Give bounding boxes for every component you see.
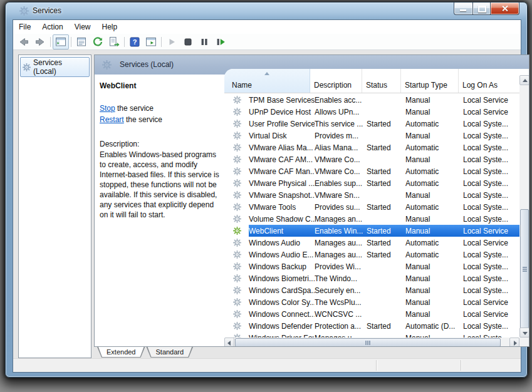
- show-hide-action-pane-button[interactable]: [143, 34, 159, 49]
- export-list-button[interactable]: [106, 34, 122, 49]
- tab-extended[interactable]: Extended: [97, 347, 145, 358]
- scroll-down-button[interactable]: [519, 328, 529, 338]
- service-row-cells: User Profile ServiceThis service ...Star…: [249, 118, 519, 130]
- refresh-button[interactable]: [90, 34, 106, 49]
- service-row-cells: Windows Audio E...Manages au...StartedAu…: [249, 249, 519, 260]
- close-icon: [501, 5, 508, 12]
- menu-file[interactable]: File: [13, 20, 36, 34]
- service-row[interactable]: VMware Snapshot...VMware Sn...ManualLoca…: [224, 189, 519, 201]
- properties-button[interactable]: [73, 34, 90, 49]
- scroll-up-button[interactable]: [519, 75, 529, 85]
- menu-bar: FileActionViewHelp: [13, 20, 521, 34]
- service-row[interactable]: Windows AudioManages au...StartedAutomat…: [224, 237, 519, 249]
- menu-action[interactable]: Action: [36, 20, 68, 34]
- service-row[interactable]: Windows Driver Fou...Manages u...ManualL…: [224, 332, 519, 338]
- service-row-cells: VMware Physical ...Enables sup...Started…: [249, 177, 519, 189]
- cell-name: TPM Base Services: [249, 96, 315, 105]
- service-row[interactable]: UPnP Device HostAllows UPn...ManualLocal…: [224, 106, 519, 118]
- cell-logon: Local Syste...: [463, 191, 519, 200]
- title-bar[interactable]: Services: [6, 3, 527, 19]
- play-icon: [166, 36, 177, 48]
- view-tab-strip: ExtendedStandard: [94, 347, 529, 358]
- column-header-startup-type[interactable]: Startup Type: [401, 69, 459, 93]
- column-header-status[interactable]: Status: [362, 69, 401, 93]
- service-row[interactable]: Windows BackupProvides Wi...ManualLocal …: [224, 260, 519, 272]
- service-row[interactable]: Windows DefenderProtection a...StartedAu…: [224, 320, 519, 332]
- service-row-cells: Virtual DiskProvides m...ManualLocal Sys…: [249, 130, 519, 142]
- close-button[interactable]: [491, 3, 519, 15]
- cell-name: Windows Defender: [249, 322, 315, 331]
- forward-button[interactable]: [32, 34, 48, 49]
- cell-logon: Local Service: [463, 239, 519, 247]
- service-row-cells: VMware Alias Ma...Alias Mana...StartedAu…: [249, 142, 519, 153]
- service-row[interactable]: VMware ToolsProvides su...StartedAutomat…: [224, 201, 519, 213]
- service-row[interactable]: Windows CardSpa...Securely en...ManualLo…: [224, 284, 519, 296]
- cell-name: Windows Backup: [249, 262, 315, 271]
- back-button[interactable]: [16, 34, 32, 49]
- start-service-button[interactable]: [164, 34, 180, 49]
- horizontal-scrollbar[interactable]: [224, 338, 519, 347]
- arrow-left-icon: [18, 36, 29, 48]
- restart-service-link[interactable]: Restart: [100, 115, 124, 124]
- service-row-cells: Windows Connect...WCNCSVC ...ManualLocal…: [249, 308, 519, 320]
- menu-view[interactable]: View: [69, 20, 96, 34]
- cell-desc: Alias Mana...: [315, 143, 367, 152]
- service-row[interactable]: VMware CAF Man...VMware Co...StartedAuto…: [224, 165, 519, 177]
- maximize-button[interactable]: [472, 3, 491, 15]
- cell-start: Automatic: [405, 250, 463, 259]
- help-button[interactable]: ?: [127, 34, 143, 49]
- service-row[interactable]: WebClientEnables Win...StartedManualLoca…: [224, 225, 519, 237]
- service-gear-icon: [229, 322, 244, 330]
- service-row[interactable]: Volume Shadow C...Manages an...ManualLoc…: [224, 213, 519, 225]
- service-gear-icon: [229, 179, 244, 187]
- service-row[interactable]: Windows Color Sy...The WcsPlu...ManualLo…: [224, 296, 519, 308]
- cell-logon: Local Service: [463, 96, 519, 105]
- service-row[interactable]: User Profile ServiceThis service ...Star…: [224, 118, 519, 130]
- vertical-scrollbar[interactable]: [519, 75, 529, 338]
- stop-service-suffix: the service: [115, 104, 154, 113]
- tab-standard[interactable]: Standard: [146, 347, 193, 358]
- service-gear-icon: [229, 262, 244, 271]
- minimize-button[interactable]: [454, 3, 472, 15]
- cell-start: Manual: [405, 227, 463, 235]
- cell-status: Started: [367, 250, 405, 259]
- restart-service-button[interactable]: [212, 34, 229, 49]
- pause-service-button[interactable]: [196, 34, 212, 49]
- tree-item-services-local[interactable]: Services (Local): [20, 57, 90, 77]
- service-row[interactable]: VMware Alias Ma...Alias Mana...StartedAu…: [224, 142, 519, 153]
- column-header-log-on-as[interactable]: Log On As: [459, 69, 519, 93]
- cell-start: Manual: [405, 298, 463, 307]
- service-row[interactable]: VMware CAF AM...VMware Co...ManualLocal …: [224, 153, 519, 165]
- cell-desc: This service ...: [315, 120, 367, 128]
- menu-help[interactable]: Help: [96, 20, 123, 34]
- cell-desc: VMware Co...: [315, 167, 367, 176]
- stop-service-link[interactable]: Stop: [100, 104, 115, 113]
- cell-start: Manual: [405, 191, 463, 200]
- cell-start: Manual: [405, 155, 463, 164]
- column-header-label: Name: [232, 81, 252, 90]
- column-header-name[interactable]: Name: [224, 69, 310, 93]
- horizontal-scroll-thumb[interactable]: [235, 338, 501, 347]
- scroll-right-button[interactable]: [509, 338, 519, 347]
- service-row-cells: Windows AudioManages au...StartedAutomat…: [249, 237, 519, 249]
- service-row-cells: VMware CAF Man...VMware Co...StartedAuto…: [249, 165, 519, 177]
- service-row[interactable]: Windows Connect...WCNCSVC ...ManualLocal…: [224, 308, 519, 320]
- service-row[interactable]: Virtual DiskProvides m...ManualLocal Sys…: [224, 130, 519, 142]
- cell-status: Started: [367, 322, 405, 331]
- cell-start: Automatic: [405, 143, 463, 152]
- stop-service-button[interactable]: [180, 34, 196, 49]
- service-row[interactable]: Windows Biometri...The Windo...ManualLoc…: [224, 272, 519, 284]
- column-header-description[interactable]: Description: [310, 69, 362, 93]
- cell-name: UPnP Device Host: [249, 108, 315, 116]
- cell-logon: Local Service: [463, 227, 519, 235]
- show-hide-console-tree-button[interactable]: [53, 34, 69, 49]
- scroll-left-button[interactable]: [224, 338, 234, 347]
- service-row[interactable]: TPM Base ServicesEnables acc...ManualLoc…: [224, 94, 519, 106]
- cell-name: Windows CardSpa...: [249, 286, 315, 295]
- service-row-cells: Windows BackupProvides Wi...ManualLocal …: [249, 260, 519, 272]
- cell-start: Manual: [405, 286, 463, 295]
- vertical-scroll-thumb[interactable]: [520, 209, 529, 329]
- cell-start: Automatic: [405, 179, 463, 188]
- service-row[interactable]: Windows Audio E...Manages au...StartedAu…: [224, 249, 519, 260]
- service-row[interactable]: VMware Physical ...Enables sup...Started…: [224, 177, 519, 189]
